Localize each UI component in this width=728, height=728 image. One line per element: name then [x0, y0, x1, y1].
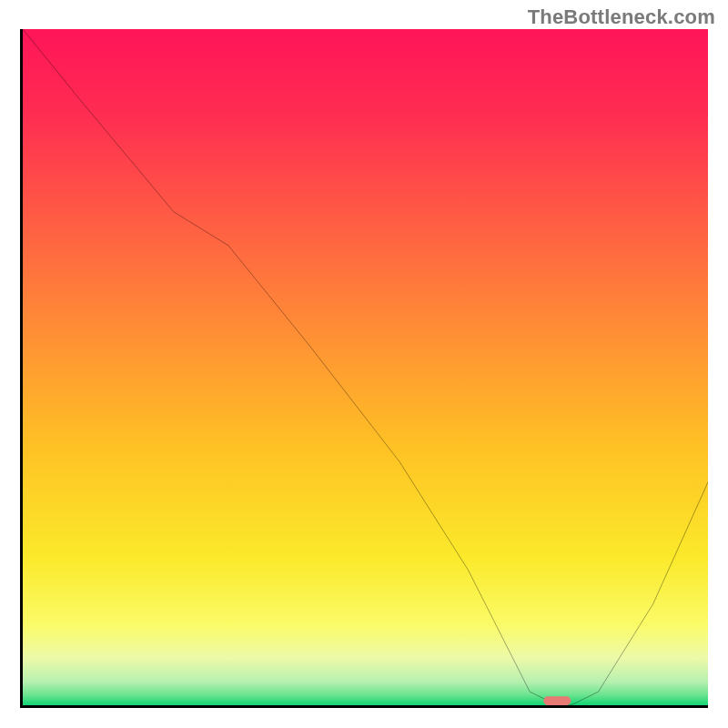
watermark-text: TheBottleneck.com — [528, 5, 715, 29]
plot-area — [20, 29, 708, 708]
min-marker — [543, 696, 571, 705]
gradient-bg — [23, 29, 708, 705]
chart-frame: TheBottleneck.com — [0, 0, 728, 728]
chart-svg — [23, 29, 708, 705]
